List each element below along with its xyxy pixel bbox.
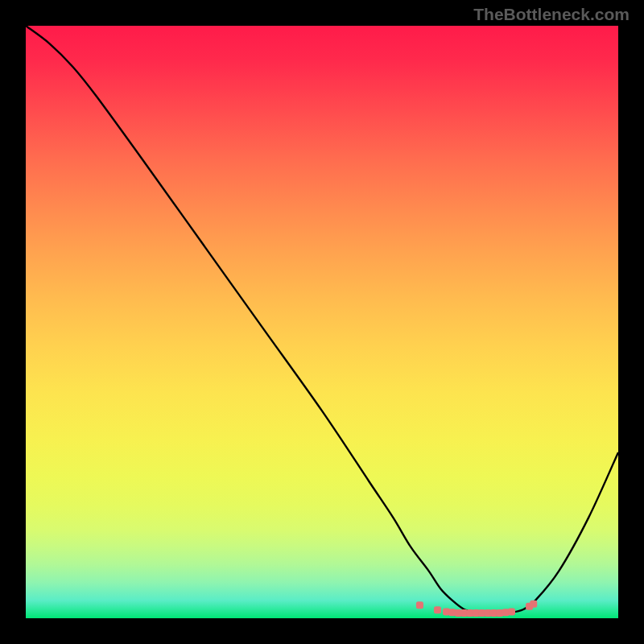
highlight-dot xyxy=(508,608,515,615)
highlight-dot xyxy=(530,601,537,608)
chart-svg xyxy=(26,26,618,618)
bottleneck-curve-path xyxy=(26,26,618,613)
highlight-dots-group xyxy=(416,601,537,617)
highlight-dot xyxy=(416,601,423,609)
highlight-dot xyxy=(434,606,441,613)
chart-plot-area xyxy=(26,26,618,618)
watermark-text: TheBottleneck.com xyxy=(473,5,630,24)
